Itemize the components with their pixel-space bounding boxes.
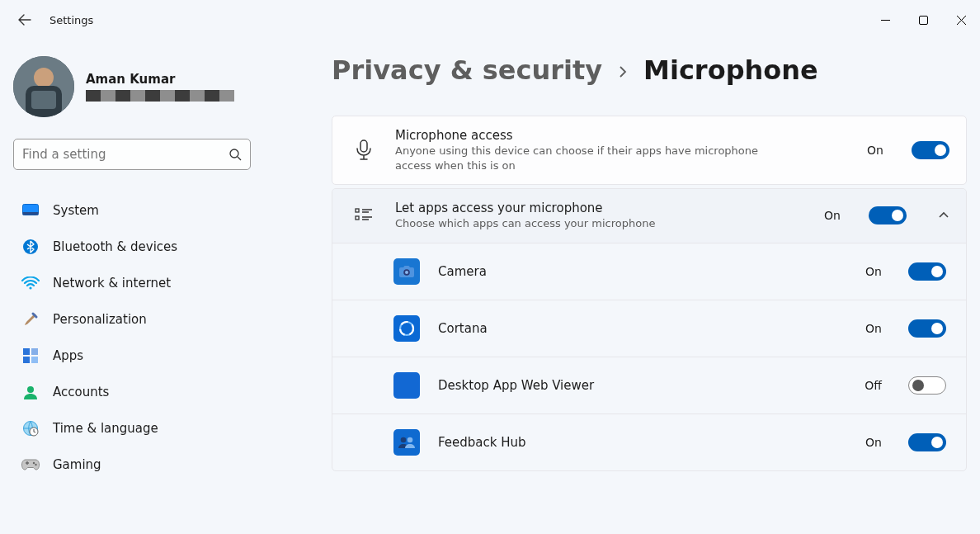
gamepad-icon [21, 456, 40, 474]
sidebar-item-personalization[interactable]: Personalization [13, 302, 251, 337]
clock-globe-icon [21, 419, 40, 437]
avatar [13, 56, 74, 117]
app-row-feedback-hub: Feedback Hub On [332, 413, 966, 470]
svg-point-27 [401, 437, 407, 442]
sidebar-item-label: Apps [53, 348, 83, 363]
svg-rect-10 [23, 348, 30, 355]
setting-title: Let apps access your microphone [395, 201, 804, 215]
maximize-button[interactable] [904, 7, 942, 33]
svg-rect-13 [31, 357, 38, 363]
svg-point-17 [33, 462, 35, 464]
search-box[interactable] [13, 139, 251, 170]
app-row-desktop-web-viewer: Desktop App Web Viewer Off [332, 357, 966, 413]
content: Privacy & security Microphone Microphone… [264, 40, 980, 534]
window-controls [866, 7, 980, 33]
sidebar-item-label: Gaming [53, 457, 101, 472]
svg-rect-11 [31, 348, 38, 355]
toggle-state-label: On [824, 209, 841, 222]
maximize-icon [919, 16, 928, 25]
user-email-obscured [86, 90, 234, 102]
web-viewer-app-icon [393, 372, 420, 399]
back-button[interactable] [12, 7, 38, 33]
person-icon [21, 383, 40, 401]
feedback-hub-app-icon [393, 429, 420, 456]
user-name: Aman Kumar [86, 72, 234, 87]
svg-rect-7 [23, 212, 39, 215]
sidebar-item-apps[interactable]: Apps [13, 338, 251, 373]
account-profile[interactable]: Aman Kumar [13, 56, 251, 117]
setting-subtitle: Anyone using this device can choose if t… [395, 144, 783, 172]
svg-rect-20 [356, 209, 359, 212]
sidebar-item-system[interactable]: System [13, 193, 251, 228]
app-name: Cortana [438, 321, 847, 336]
svg-point-28 [408, 437, 413, 442]
sidebar-item-label: Network & internet [53, 276, 171, 291]
app-toggle-feedback-hub[interactable] [908, 433, 946, 451]
app-toggle-cortana[interactable] [908, 319, 946, 338]
svg-rect-0 [919, 16, 927, 24]
search-icon [229, 148, 242, 161]
toggle-state-label: On [865, 322, 882, 335]
svg-point-9 [29, 286, 31, 289]
system-icon [21, 201, 40, 220]
microphone-icon [352, 139, 375, 161]
app-toggle-camera[interactable] [908, 262, 946, 281]
toggle-state-label: On [865, 436, 882, 449]
svg-point-2 [34, 68, 54, 87]
search-input[interactable] [22, 147, 229, 162]
close-icon [957, 16, 966, 25]
nav: System Bluetooth & devices Network & int… [13, 193, 251, 482]
title-bar: Settings [0, 0, 980, 40]
chevron-right-icon [617, 62, 629, 82]
svg-point-24 [405, 271, 408, 274]
sidebar-item-accounts[interactable]: Accounts [13, 375, 251, 409]
cortana-app-icon [393, 315, 420, 342]
sidebar-item-time-language[interactable]: Time & language [13, 411, 251, 446]
app-name: Desktop App Web Viewer [438, 378, 846, 393]
bluetooth-icon [21, 238, 40, 256]
sidebar: Aman Kumar System Bluetooth & devices Ne… [0, 40, 264, 534]
camera-app-icon [393, 258, 420, 285]
app-toggle-desktop-web-viewer[interactable] [908, 376, 946, 395]
app-row-camera: Camera On [332, 243, 966, 300]
toggle-state-label: On [867, 144, 883, 157]
toggle-state-label: On [865, 265, 882, 278]
window-title: Settings [49, 14, 93, 26]
setting-subtitle: Choose which apps can access your microp… [395, 216, 783, 231]
apps-access-toggle[interactable] [869, 206, 907, 224]
svg-point-5 [230, 149, 238, 158]
breadcrumb-parent[interactable]: Privacy & security [332, 54, 602, 86]
sidebar-item-label: System [53, 203, 99, 218]
microphone-access-toggle[interactable] [912, 141, 949, 159]
close-button[interactable] [942, 7, 980, 33]
sidebar-item-label: Bluetooth & devices [53, 239, 177, 254]
setting-title: Microphone access [395, 128, 847, 143]
setting-apps-access: Let apps access your microphone Choose w… [332, 188, 967, 471]
list-details-icon [352, 208, 375, 223]
svg-point-18 [35, 464, 36, 465]
sidebar-item-label: Time & language [53, 421, 158, 436]
arrow-left-icon [18, 13, 31, 26]
paintbrush-icon [21, 310, 40, 328]
svg-rect-19 [360, 140, 367, 152]
toggle-state-label: Off [865, 379, 882, 392]
app-name: Feedback Hub [438, 435, 847, 450]
app-name: Camera [438, 264, 847, 279]
sidebar-item-gaming[interactable]: Gaming [13, 447, 251, 482]
breadcrumb: Privacy & security Microphone [332, 54, 967, 86]
breadcrumb-current: Microphone [643, 54, 818, 86]
chevron-up-icon [938, 208, 949, 224]
sidebar-item-label: Accounts [53, 385, 109, 399]
minimize-button[interactable] [866, 7, 904, 33]
setting-microphone-access: Microphone access Anyone using this devi… [332, 116, 967, 185]
svg-rect-12 [23, 357, 30, 363]
svg-rect-21 [356, 216, 359, 220]
apps-icon [21, 347, 40, 365]
apps-access-header[interactable]: Let apps access your microphone Choose w… [332, 189, 966, 243]
sidebar-item-network[interactable]: Network & internet [13, 266, 251, 300]
sidebar-item-bluetooth[interactable]: Bluetooth & devices [13, 229, 251, 264]
wifi-icon [21, 274, 40, 292]
svg-rect-4 [31, 91, 56, 109]
sidebar-item-label: Personalization [53, 312, 147, 327]
app-row-cortana: Cortana On [332, 300, 966, 357]
